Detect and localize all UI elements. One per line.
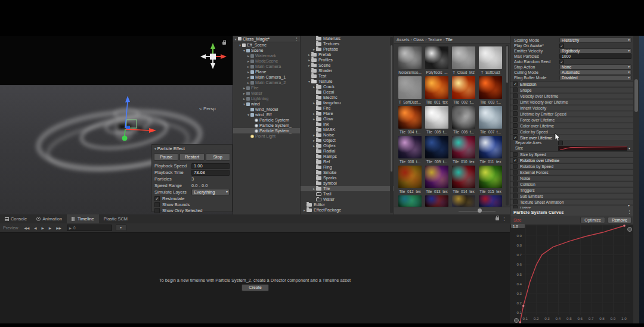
expand-arrow[interactable]: ▸: [307, 52, 311, 57]
expand-arrow[interactable]: ▸: [246, 80, 250, 85]
curve-legend-size[interactable]: Size: [513, 218, 521, 222]
tab-plastic-scm[interactable]: Plastic SCM: [99, 214, 132, 223]
size-over-lifetime-curve[interactable]: [510, 225, 634, 323]
expand-arrow[interactable]: ▸: [312, 85, 316, 89]
module-inherit-velocity[interactable]: Inherit Velocity: [510, 105, 634, 110]
expand-arrow[interactable]: ▾: [233, 37, 238, 41]
curve-editor-plot[interactable]: 1.00.90.80.70.60.50.40.30.20.10.10.20.30…: [510, 225, 634, 323]
scrollbar-thumb[interactable]: [391, 45, 392, 172]
hierarchy-item-scene[interactable]: ▾Scene: [233, 48, 301, 53]
emitter-velocity-dropdown[interactable]: Rigidbody: [559, 48, 631, 54]
folder-item-fire[interactable]: Fire: [301, 105, 394, 111]
context-menu-icon[interactable]: ⋮: [502, 217, 506, 222]
expand-arrow[interactable]: ▸: [302, 208, 306, 212]
culling-mode-dropdown[interactable]: Automatic: [559, 70, 631, 75]
expand-arrow[interactable]: ▸: [246, 59, 250, 63]
hierarchy-item-lightning[interactable]: ▸Lightning: [233, 96, 301, 101]
curve-preset-icon[interactable]: [627, 227, 632, 232]
module-checkbox[interactable]: [513, 194, 518, 198]
texture-thumbnail-tile-003-t[interactable]: [479, 76, 502, 99]
module-checkbox[interactable]: [513, 123, 518, 128]
texture-thumbnail-noisesmoo[interactable]: [398, 46, 422, 69]
skip-to-start-button[interactable]: ◀◀: [22, 226, 32, 230]
folder-item-mask[interactable]: MASK: [301, 127, 394, 132]
module-checkbox[interactable]: [513, 117, 518, 122]
hierarchy-item-wind[interactable]: ▾wind: [233, 101, 301, 107]
texture-thumbnail-tile-006-t[interactable]: [452, 106, 475, 129]
show-only-selected-checkbox[interactable]: [154, 208, 160, 213]
folder-item-ink[interactable]: Ink: [301, 122, 394, 127]
optimize-button[interactable]: Optimize: [580, 217, 605, 223]
tab-animation[interactable]: Animation: [32, 214, 67, 223]
expand-arrow[interactable]: ▸: [312, 133, 316, 137]
folder-item-symbol[interactable]: symbol: [301, 180, 394, 186]
breadcrumb-assets[interactable]: Assets: [397, 37, 410, 42]
texture-thumbnail-t-softdust[interactable]: [398, 76, 422, 99]
skip-to-end-button[interactable]: ▶▶: [54, 226, 64, 230]
lock-icon[interactable]: [496, 217, 499, 220]
texture-thumbnail-tile-015-tex[interactable]: [479, 166, 502, 188]
size-curve-preview[interactable]: [558, 146, 627, 151]
texture-thumbnail-tile-011-tex[interactable]: [479, 136, 502, 158]
folder-item-sparks[interactable]: Sparks: [301, 175, 394, 180]
expand-arrow[interactable]: ▸: [307, 63, 311, 67]
hierarchy-item-main-camera-1[interactable]: ▸Main Camera_1: [233, 74, 301, 80]
module-checkbox[interactable]: [513, 200, 518, 204]
scene-view[interactable]: < Persp ▾ Particle Effect PauseRestartSt…: [0, 36, 233, 214]
hierarchy-item-fire[interactable]: ▸Fire: [233, 85, 301, 91]
expand-arrow[interactable]: ▸: [246, 75, 250, 79]
hierarchy-item-modescene[interactable]: ▸ModeScene: [233, 58, 301, 64]
show-bounds-checkbox[interactable]: [154, 202, 160, 207]
texture-thumbnail-tile-007-t[interactable]: [479, 106, 502, 129]
ring-buffer-mode-dropdown[interactable]: Disabled: [559, 75, 631, 80]
stop-action-dropdown[interactable]: None: [559, 64, 631, 70]
expand-arrow[interactable]: ▸: [242, 86, 246, 90]
playback-time-input[interactable]: 78.68: [191, 170, 230, 176]
show-bounds-row[interactable]: Show Bounds: [152, 201, 232, 207]
hierarchy-scene-header[interactable]: ▾ Class_Magic* ⋮: [233, 36, 301, 42]
module-color-over-lifetime[interactable]: Color over Lifetime: [510, 123, 634, 128]
folder-item-tile[interactable]: ▸Tile: [301, 186, 394, 191]
texture-thumbnail-tile-009-t[interactable]: [425, 136, 448, 158]
folder-item-scene[interactable]: ▸Scene: [301, 63, 394, 68]
project-scrollbar[interactable]: [390, 37, 393, 213]
curve-preset-icon[interactable]: [514, 318, 519, 323]
hierarchy-item-wind-model[interactable]: wind_Model: [233, 107, 301, 112]
texture-thumbnail-partial[interactable]: [398, 195, 422, 207]
expand-arrow[interactable]: ▾: [238, 43, 242, 47]
folder-item-effectpackage[interactable]: ▸EffectPackage: [301, 207, 394, 213]
show-only-selected-row[interactable]: Show Only Selected: [152, 207, 232, 213]
module-noise[interactable]: Noise: [510, 175, 634, 180]
module-checkbox[interactable]: ✓: [513, 135, 518, 140]
texture-thumbnail-tile-004-t[interactable]: [398, 106, 422, 129]
module-checkbox[interactable]: ✓: [513, 82, 518, 86]
breadcrumb-class[interactable]: Class: [413, 37, 424, 42]
breadcrumb-texture[interactable]: Texture: [428, 37, 442, 42]
module-texture-sheet-animation[interactable]: Texture Sheet Animation: [510, 199, 634, 204]
module-checkbox[interactable]: [513, 182, 518, 186]
module-rotation-over-lifetime[interactable]: ✓Rotation over Lifetime: [510, 157, 634, 163]
expand-arrow[interactable]: ▸: [242, 91, 246, 95]
module-velocity-over-lifetime[interactable]: Velocity over Lifetime: [510, 93, 634, 98]
scrollbar-thumb[interactable]: [506, 46, 508, 83]
texture-thumbnail-tile-010-tex[interactable]: [452, 136, 475, 158]
hierarchy-item-watermark[interactable]: ▸Watermark: [233, 53, 301, 58]
hierarchy-item-main-camera[interactable]: ▸Main Camera: [233, 64, 301, 69]
module-emission[interactable]: ✓Emission: [510, 81, 634, 86]
scaling-mode-dropdown[interactable]: Hierarchy: [559, 38, 631, 43]
remove-button[interactable]: Remove: [608, 217, 631, 223]
hierarchy-item-particle-system[interactable]: Particle System_: [233, 128, 301, 133]
play-on-awake-checkbox[interactable]: ✓: [559, 43, 564, 48]
previous-frame-button[interactable]: ◀: [32, 226, 39, 230]
hierarchy-item-particle-system[interactable]: Particle System_: [233, 123, 301, 128]
folder-item-ring[interactable]: Ring: [301, 164, 394, 170]
hierarchy-item-wind-eff[interactable]: ▾wind_Eff: [233, 112, 301, 117]
module-sub-emitters[interactable]: Sub Emitters: [510, 193, 634, 198]
hierarchy-item-plane[interactable]: ▸Plane: [233, 69, 301, 74]
expand-arrow[interactable]: ▸: [312, 144, 316, 148]
persp-label[interactable]: < Persp: [199, 106, 216, 111]
folder-item-prefabs[interactable]: ▸Prefabs: [301, 46, 394, 52]
thumbnail-size-slider-knob[interactable]: [478, 208, 482, 213]
module-checkbox[interactable]: [513, 188, 518, 192]
expand-arrow[interactable]: ▸: [312, 47, 316, 51]
